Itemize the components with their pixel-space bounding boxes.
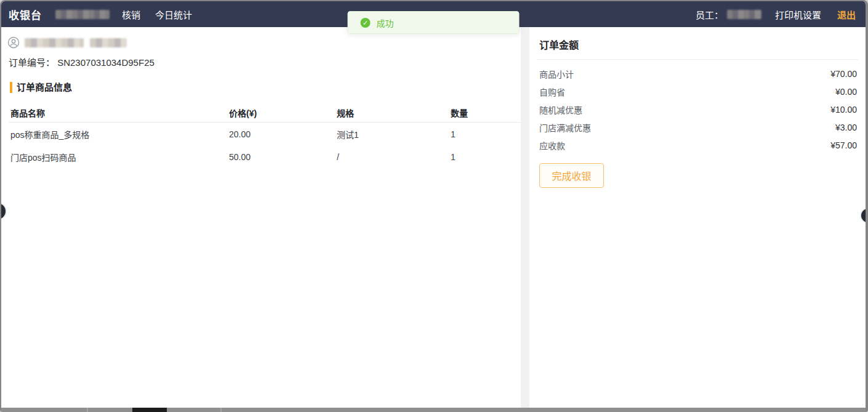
redacted-customer-name-2 [90, 38, 127, 47]
cell-qty: 1 [451, 129, 521, 139]
cell-spec: / [337, 152, 451, 162]
panel-divider [521, 27, 529, 408]
order-number-label: 订单编号： [9, 57, 55, 68]
nav-item-today-stats[interactable]: 今日统计 [155, 8, 192, 21]
employee-label: 员工： [696, 8, 723, 21]
summary-value: ¥57.00 [830, 140, 857, 150]
success-check-icon: ✓ [361, 18, 371, 28]
table-row: pos称重商品_多规格 20.00 测试1 1 [9, 123, 521, 145]
taskbar-peek [132, 408, 167, 412]
summary-label: 自购省 [539, 86, 565, 98]
logout-button[interactable]: 退出 [837, 8, 856, 21]
summary-label: 商品小计 [539, 68, 574, 80]
summary-rows: 商品小计 ¥70.00 自购省 ¥0.00 随机减优惠 ¥10.00 门店满减优… [537, 65, 858, 154]
goods-table-header: 商品名称 价格(¥) 规格 数量 [9, 103, 521, 123]
goods-table: 商品名称 价格(¥) 规格 数量 pos称重商品_多规格 20.00 测试1 1… [9, 103, 521, 168]
goods-section-title: 订单商品信息 [10, 82, 521, 93]
order-number-value: SN2307031034D95F25 [57, 57, 155, 68]
complete-checkout-button[interactable]: 完成收银 [539, 163, 604, 188]
cell-spec: 测试1 [337, 128, 451, 140]
col-header-price: 价格(¥) [229, 107, 337, 119]
col-header-spec: 规格 [337, 107, 451, 119]
customer-line [7, 36, 521, 49]
col-header-qty: 数量 [451, 107, 521, 119]
summary-label: 随机减优惠 [539, 103, 582, 116]
summary-value: ¥70.00 [830, 69, 857, 79]
col-header-name: 商品名称 [10, 107, 229, 119]
summary-row-subtotal: 商品小计 ¥70.00 [537, 65, 858, 83]
order-number-line: 订单编号： SN2307031034D95F25 [9, 55, 521, 68]
nav-right-group: 员工： 打印机设置 退出 [696, 8, 856, 21]
summary-row-store-discount: 门店满减优惠 ¥3.00 [537, 118, 858, 136]
summary-row-receivable: 应收款 ¥57.00 [537, 136, 858, 154]
summary-value: ¥0.00 [835, 87, 857, 97]
app-window: 收银台 核销 今日统计 员工： 打印机设置 退出 ✓ 成功 [0, 0, 868, 412]
taskbar-tick [87, 408, 88, 412]
summary-value: ¥3.00 [835, 123, 857, 132]
cell-name: 门店pos扫码商品 [10, 151, 229, 163]
nav-left-group: 收银台 核销 今日统计 [9, 7, 192, 22]
order-amount-panel: 订单金额 商品小计 ¥70.00 自购省 ¥0.00 随机减优惠 ¥10.00 … [529, 27, 866, 408]
main-content: 订单编号： SN2307031034D95F25 订单商品信息 商品名称 价格(… [1, 27, 866, 408]
summary-label: 门店满减优惠 [539, 121, 591, 134]
order-detail-panel: 订单编号： SN2307031034D95F25 订单商品信息 商品名称 价格(… [1, 27, 521, 408]
cell-price: 50.00 [229, 152, 337, 162]
summary-row-self-save: 自购省 ¥0.00 [537, 83, 858, 100]
table-row: 门店pos扫码商品 50.00 / 1 [9, 145, 521, 168]
printer-settings-button[interactable]: 打印机设置 [775, 8, 821, 21]
redacted-employee-name [727, 10, 762, 19]
toast-message: 成功 [377, 17, 394, 29]
success-toast: ✓ 成功 [348, 11, 520, 34]
summary-label: 应收款 [539, 139, 565, 151]
bottom-window-strip [1, 408, 866, 412]
redacted-customer-name [25, 38, 84, 47]
summary-title: 订单金额 [537, 34, 858, 60]
taskbar-tick [220, 408, 222, 412]
cell-price: 20.00 [229, 129, 337, 139]
cell-name: pos称重商品_多规格 [10, 128, 229, 140]
summary-value: ¥10.00 [830, 105, 857, 115]
redacted-store-name [55, 10, 110, 19]
nav-item-verify[interactable]: 核销 [122, 8, 140, 21]
cell-qty: 1 [451, 152, 521, 162]
avatar-icon [7, 36, 20, 49]
summary-row-random-discount: 随机减优惠 ¥10.00 [537, 100, 858, 118]
app-title: 收银台 [9, 7, 42, 22]
